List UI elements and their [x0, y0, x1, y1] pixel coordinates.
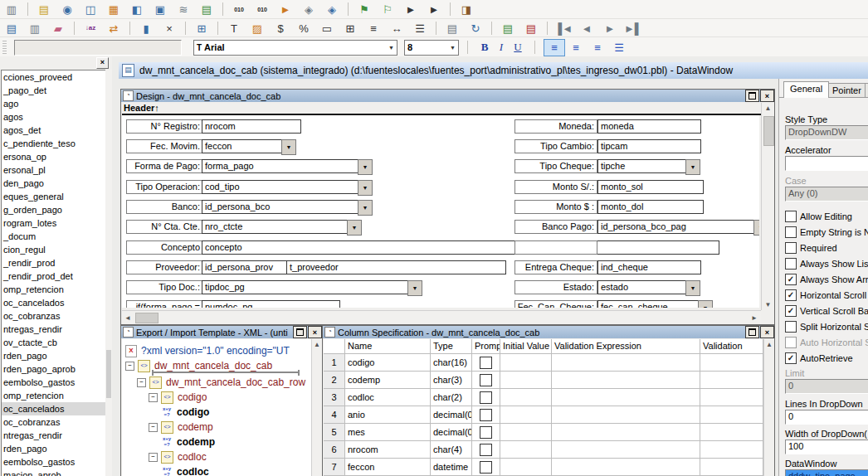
table-cell[interactable]: decimal(0) — [431, 406, 472, 424]
tree-node[interactable]: −<>dw_mnt_cancela_doc_cab_row — [137, 375, 305, 390]
list-item[interactable]: ersonal_pl — [2, 163, 106, 177]
list-item[interactable]: ersona_op — [2, 150, 106, 163]
source-010-icon[interactable]: 010 — [229, 1, 249, 17]
dropdown-arrow-icon[interactable] — [753, 220, 759, 236]
text-color-icon[interactable]: T — [224, 20, 244, 36]
list-item[interactable]: eques_general — [2, 190, 106, 203]
delete-icon[interactable]: × — [159, 20, 179, 36]
maximize-icon[interactable] — [293, 326, 307, 338]
prompt-checkbox[interactable] — [480, 461, 492, 474]
table-cell[interactable] — [700, 424, 763, 441]
list-item[interactable]: agos — [2, 110, 106, 124]
tab-html[interactable]: H — [865, 83, 868, 98]
datawindow-input[interactable]: dddw_tipo_pago — [785, 469, 868, 476]
collapse-icon[interactable]: − — [125, 362, 134, 371]
column-field[interactable]: moneda — [597, 119, 701, 134]
prompt-checkbox[interactable] — [480, 444, 492, 456]
align-right-button[interactable]: ≡ — [587, 39, 608, 56]
list-item[interactable]: rogram_lotes — [2, 216, 106, 230]
delete-row-icon[interactable]: ▤ — [521, 20, 541, 36]
collapse-icon[interactable]: − — [149, 453, 158, 462]
list-item[interactable]: agos_det — [2, 124, 106, 137]
dropdown-arrow-icon[interactable] — [698, 300, 713, 308]
db-admin-icon[interactable]: ◈ — [322, 1, 342, 17]
rows-icon[interactable]: ▤ — [442, 20, 462, 36]
scroll-left-icon[interactable]: ◄ — [124, 314, 131, 322]
checked-checkbox[interactable]: ✓ — [785, 274, 797, 285]
library-icon[interactable]: ▥ — [2, 1, 22, 17]
list-item[interactable]: cciones_proveed — [2, 70, 106, 84]
debug-icon[interactable]: ⚑ — [354, 1, 374, 17]
dropdown-arrow-icon[interactable] — [358, 200, 373, 216]
tree-node[interactable]: x+y=?codloc — [160, 464, 209, 476]
list-item[interactable]: eembolso_gastos — [2, 376, 106, 389]
new-object-icon[interactable]: ▤ — [34, 1, 54, 17]
sort-az-icon[interactable]: ↓az — [80, 20, 100, 36]
tab-order-icon[interactable]: ⇄ — [104, 20, 124, 36]
list-item[interactable]: g_orden_pago — [2, 203, 106, 216]
collapse-icon[interactable]: − — [149, 393, 158, 402]
list-item[interactable]: _pago_det — [2, 84, 106, 97]
column-field[interactable]: tipche — [597, 159, 689, 173]
list-item[interactable]: macion_aprob — [2, 469, 106, 476]
column-field[interactable]: id_persona_bco — [202, 200, 361, 214]
column-field[interactable]: tipdoc_pg — [202, 280, 411, 294]
list-item[interactable]: ago — [2, 97, 106, 110]
table-cell[interactable]: char(4) — [431, 441, 472, 459]
table-cell[interactable]: char(16) — [431, 354, 472, 372]
prompt-checkbox[interactable] — [480, 409, 492, 421]
last-record-icon[interactable]: ►▌ — [623, 20, 643, 36]
column-field[interactable]: ind_cheque — [597, 260, 701, 274]
align-center-button[interactable]: ≡ — [565, 39, 587, 56]
currency-icon[interactable]: $ — [271, 20, 290, 36]
prompt-checkbox[interactable] — [480, 374, 492, 386]
table-cell[interactable]: anio — [345, 406, 431, 424]
design-vscroll-thumb[interactable] — [763, 116, 774, 146]
align-justify-button[interactable]: ☰ — [608, 39, 630, 56]
table-cell[interactable]: decimal(0) — [431, 424, 472, 441]
tab-pointer[interactable]: Pointer — [826, 83, 868, 98]
design-hscroll-thumb[interactable] — [135, 313, 158, 323]
list-item[interactable]: den_pago — [2, 177, 106, 190]
list-item[interactable]: rden_pago — [2, 442, 106, 455]
target-010-icon[interactable]: 010 — [252, 1, 272, 17]
table-cell[interactable] — [500, 372, 552, 389]
prior-record-icon[interactable]: ◄ — [577, 20, 597, 36]
tree-node[interactable]: x+y=?codigo — [160, 405, 209, 420]
table-cell[interactable]: char(2) — [431, 389, 472, 406]
table-cell[interactable]: mes — [345, 424, 431, 441]
dropdown-arrow-icon[interactable] — [281, 139, 296, 155]
table-cell[interactable]: codigo — [345, 354, 431, 372]
background-color-icon[interactable]: ▨ — [247, 20, 267, 36]
table-cell[interactable] — [500, 441, 552, 459]
colspec-vscrollbar[interactable]: ▲ — [763, 339, 774, 476]
prompt-checkbox[interactable] — [480, 426, 492, 439]
maximize-icon[interactable] — [745, 90, 759, 102]
design-vscrollbar[interactable]: ▲ ▼ — [761, 103, 774, 310]
column-field[interactable]: id_persona_bco_pag — [597, 220, 757, 234]
table-cell[interactable] — [500, 354, 552, 372]
font-size-combo[interactable]: 8 ▼ — [404, 40, 459, 56]
list-item[interactable]: omp_retencion — [2, 389, 106, 402]
table-cell[interactable] — [552, 354, 700, 372]
checked-checkbox[interactable]: ✓ — [785, 305, 797, 317]
list-item[interactable]: oc_cancelados — [2, 402, 106, 415]
tree-node[interactable]: −<>codemp — [149, 420, 213, 435]
scroll-down-icon[interactable]: ▼ — [762, 301, 774, 308]
export-vscrollbar[interactable]: ▲ — [311, 339, 322, 476]
underline-button[interactable]: U — [510, 40, 526, 55]
table-cell[interactable]: datetime — [431, 459, 472, 476]
first-record-icon[interactable]: ▐◄ — [553, 20, 573, 36]
object-name-input[interactable] — [14, 40, 182, 56]
table-cell[interactable] — [700, 459, 763, 476]
unchecked-checkbox[interactable] — [785, 337, 797, 348]
column-field[interactable]: fec_can_cheque — [597, 300, 701, 308]
maximize-icon[interactable] — [745, 326, 759, 338]
prompt-checkbox[interactable] — [480, 357, 492, 369]
breakpoints-icon[interactable]: ⚐ — [378, 1, 397, 17]
paste-icon[interactable]: ▤ — [2, 20, 22, 36]
column-field[interactable]: monto_sol — [597, 180, 704, 194]
column-field[interactable]: monto_dol — [597, 200, 704, 214]
close-icon[interactable]: × — [760, 90, 774, 102]
table-cell[interactable] — [552, 459, 700, 476]
